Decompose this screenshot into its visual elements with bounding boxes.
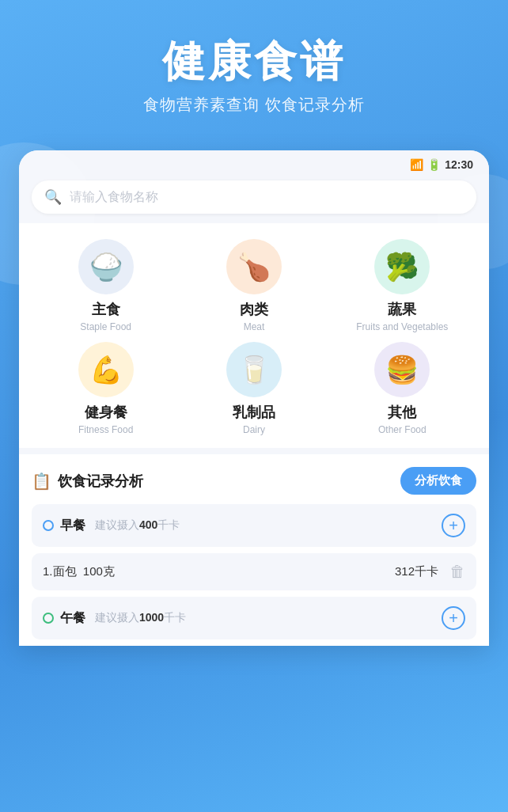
meal-row-lunch: 午餐 建议摄入1000千卡 + xyxy=(32,597,476,639)
diet-icon: 📋 xyxy=(32,472,51,491)
battery-icon: 🔋 xyxy=(427,158,441,171)
category-icon-fitness: 💪 xyxy=(78,342,134,397)
category-item-fitness[interactable]: 💪健身餐Fitness Food xyxy=(32,342,180,435)
category-icon-staple: 🍚 xyxy=(78,239,134,294)
categories-section: 🍚主食Staple Food🍗肉类Meat🥦蔬果Fruits and Veget… xyxy=(19,223,489,448)
category-name-zh-veg: 蔬果 xyxy=(388,302,416,317)
category-icon-dairy: 🥛 xyxy=(226,342,282,397)
food-item-right: 312千卡 🗑 xyxy=(395,563,465,581)
meal-dot-lunch xyxy=(43,613,54,624)
header-section: 健康食谱 食物营养素查询 饮食记录分析 xyxy=(0,0,508,131)
breakfast-add-button[interactable]: + xyxy=(442,514,465,537)
category-icon-other: 🍔 xyxy=(374,342,430,397)
food-calories: 312千卡 xyxy=(395,564,438,579)
status-bar: 📶 🔋 12:30 xyxy=(19,150,489,174)
category-name-zh-other: 其他 xyxy=(388,405,416,419)
category-item-other[interactable]: 🍔其他Other Food xyxy=(328,342,476,435)
category-name-en-other: Other Food xyxy=(378,424,426,435)
category-name-zh-dairy: 乳制品 xyxy=(233,405,275,419)
lunch-add-button[interactable]: + xyxy=(442,606,465,630)
meal-name-breakfast: 早餐 xyxy=(60,518,85,534)
diet-title: 饮食记录分析 xyxy=(58,472,143,491)
category-name-en-veg: Fruits and Vegetables xyxy=(356,321,448,332)
meal-suggest-breakfast: 建议摄入400千卡 xyxy=(95,518,180,533)
meal-suggest-lunch: 建议摄入1000千卡 xyxy=(95,611,186,625)
category-icon-veg: 🥦 xyxy=(374,239,430,294)
sub-title: 食物营养素查询 饮食记录分析 xyxy=(16,94,492,116)
meal-row-lunch-left: 午餐 建议摄入1000千卡 xyxy=(43,610,186,627)
diet-header-left: 📋 饮食记录分析 xyxy=(32,472,143,491)
diet-header: 📋 饮食记录分析 分析饮食 xyxy=(32,467,476,495)
search-bar[interactable]: 🔍 请输入食物名称 xyxy=(32,180,476,214)
category-name-en-dairy: Dairy xyxy=(243,424,265,435)
delete-food-icon[interactable]: 🗑 xyxy=(449,563,465,581)
category-name-zh-meat: 肉类 xyxy=(240,302,268,317)
meal-dot-breakfast xyxy=(43,520,54,531)
category-name-zh-staple: 主食 xyxy=(92,302,120,317)
analyze-button[interactable]: 分析饮食 xyxy=(400,467,476,495)
meal-row-breakfast: 早餐 建议摄入400千卡 + xyxy=(32,504,476,547)
signal-icon: 📶 xyxy=(410,158,423,171)
category-item-meat[interactable]: 🍗肉类Meat xyxy=(180,239,328,332)
category-name-en-meat: Meat xyxy=(244,321,265,332)
category-name-en-staple: Staple Food xyxy=(80,321,131,332)
category-name-zh-fitness: 健身餐 xyxy=(85,405,127,419)
status-bar-icons: 📶 🔋 12:30 xyxy=(410,158,473,171)
category-name-en-fitness: Fitness Food xyxy=(78,424,133,435)
category-item-dairy[interactable]: 🥛乳制品Dairy xyxy=(180,342,328,435)
diet-section: 📋 饮食记录分析 分析饮食 早餐 建议摄入400千卡 + 1.面包 100克 3… xyxy=(19,448,489,639)
meal-name-lunch: 午餐 xyxy=(60,610,85,627)
main-title: 健康食谱 xyxy=(16,38,492,85)
meal-row-left: 早餐 建议摄入400千卡 xyxy=(43,518,180,534)
time-display: 12:30 xyxy=(445,158,473,171)
food-item-name: 1.面包 100克 xyxy=(43,564,115,579)
categories-grid: 🍚主食Staple Food🍗肉类Meat🥦蔬果Fruits and Veget… xyxy=(32,239,476,435)
food-item-row-bread: 1.面包 100克 312千卡 🗑 xyxy=(32,553,476,590)
category-icon-meat: 🍗 xyxy=(226,239,282,294)
